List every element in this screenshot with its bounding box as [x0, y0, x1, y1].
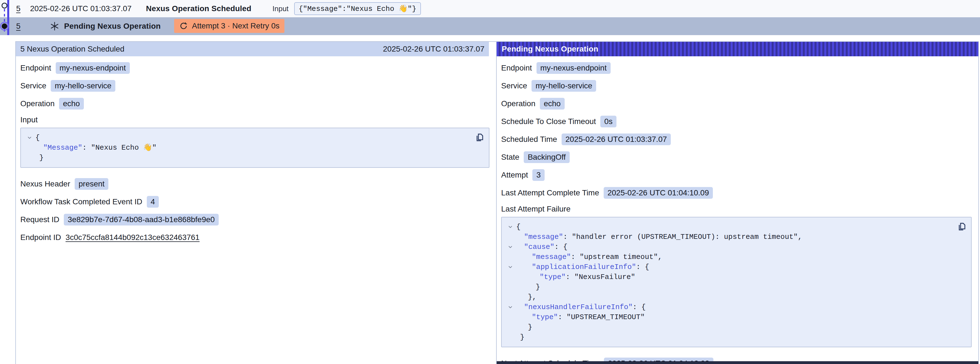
field-schedule-to-close-timeout: Schedule To Close Timeout 0s	[501, 115, 978, 128]
timeline-open-circle-icon	[2, 3, 7, 8]
collapse-chevron-icon[interactable]	[504, 222, 516, 230]
field-endpoint: Endpoint my-nexus-endpoint	[20, 62, 496, 74]
event-input-chip[interactable]: {"Message":"Nexus Echo 👋"}	[294, 2, 421, 15]
retry-badge-label: Attempt 3 · Next Retry 0s	[192, 21, 279, 30]
copy-icon[interactable]	[956, 221, 967, 233]
json-line: "type": "NexusFailure"	[504, 272, 955, 282]
wft-completed-badge: 4	[147, 196, 159, 208]
json-line: "applicationFailureInfo": {	[504, 262, 955, 272]
field-label: Service	[501, 81, 527, 90]
scheduled-panel-title: 5 Nexus Operation Scheduled	[20, 45, 124, 54]
field-endpoint: Endpoint my-nexus-endpoint	[501, 62, 978, 74]
nexus-header-badge: present	[75, 178, 108, 190]
event-id-link[interactable]: 5	[16, 4, 21, 13]
json-line: }	[504, 322, 955, 332]
field-label: Workflow Task Completed Event ID	[20, 197, 142, 206]
json-line: }	[504, 332, 955, 342]
next-section-edge-strip	[497, 361, 978, 364]
json-line: "message": "handler error (UPSTREAM_TIME…	[504, 232, 955, 242]
field-label: State	[501, 153, 519, 162]
scheduled-event-panel: 5 Nexus Operation Scheduled 2025-02-26 U…	[16, 42, 496, 364]
field-state: State BackingOff	[501, 151, 978, 163]
request-id-badge: 3e829b7e-7d67-4b08-aad3-b1e868bfe9e0	[64, 214, 219, 225]
field-operation: Operation echo	[501, 97, 978, 110]
last-attempt-complete-badge: 2025-02-26 UTC 01:04:10.09	[604, 187, 713, 199]
json-line: "nexusHandlerFailureInfo": {	[504, 302, 955, 312]
pending-panel-title: Pending Nexus Operation	[502, 45, 598, 54]
field-scheduled-time: Scheduled Time 2025-02-26 UTC 01:03:37.0…	[501, 133, 978, 145]
field-attempt: Attempt 3	[501, 169, 978, 181]
json-line: "message": "upstream timeout",	[504, 252, 955, 262]
event-id-link[interactable]: 5	[16, 22, 21, 31]
collapse-chevron-icon[interactable]	[504, 242, 516, 250]
collapse-chevron-icon[interactable]	[504, 302, 516, 310]
scheduled-panel-header: 5 Nexus Operation Scheduled 2025-02-26 U…	[16, 42, 489, 56]
service-badge: my-hello-service	[51, 80, 115, 92]
pending-asterisk-icon	[49, 21, 60, 31]
scheduled-time-badge: 2025-02-26 UTC 01:03:37.07	[562, 134, 671, 145]
json-line: "type": "UPSTREAM_TIMEOUT"	[504, 312, 955, 322]
scheduled-panel-timestamp: 2025-02-26 UTC 01:03:37.07	[383, 45, 484, 54]
field-label: Endpoint ID	[20, 233, 61, 242]
event-name: Pending Nexus Operation	[64, 22, 161, 31]
service-badge: my-hello-service	[531, 80, 596, 92]
endpoint-badge: my-nexus-endpoint	[56, 62, 130, 74]
field-service: Service my-hello-service	[501, 80, 978, 92]
json-line: "Message": "Nexus Echo 👋"	[24, 143, 472, 153]
field-endpoint-id: Endpoint ID 3c0c75ccfa8144b092c13ce63246…	[20, 231, 496, 244]
endpoint-badge: my-nexus-endpoint	[536, 62, 611, 74]
event-row-pending-nexus-operation[interactable]: 5 Pending Nexus Operation Attempt 3 · Ne…	[0, 17, 980, 35]
field-label: Endpoint	[20, 64, 51, 72]
collapse-chevron-icon[interactable]	[24, 133, 35, 141]
copy-icon[interactable]	[474, 132, 485, 144]
field-label: Attempt	[501, 171, 528, 179]
field-label: Service	[20, 81, 46, 90]
json-line: {	[24, 133, 472, 143]
operation-badge: echo	[59, 98, 84, 110]
collapse-chevron-icon[interactable]	[504, 262, 516, 270]
last-attempt-failure-label: Last Attempt Failure	[501, 204, 978, 214]
field-request-id: Request ID 3e829b7e-7d67-4b08-aad3-b1e86…	[20, 214, 496, 226]
field-label: Endpoint	[501, 64, 532, 72]
json-line: "cause": {	[504, 242, 955, 252]
retry-attempt-badge: Attempt 3 · Next Retry 0s	[174, 19, 285, 33]
field-label: Schedule To Close Timeout	[501, 117, 596, 126]
input-json-block: { "Message": "Nexus Echo 👋" }	[20, 128, 490, 168]
pending-panel-header: Pending Nexus Operation	[497, 42, 978, 56]
field-label: Operation	[501, 99, 535, 108]
pending-operation-panel: Pending Nexus Operation Endpoint my-nexu…	[496, 42, 978, 364]
endpoint-id-link[interactable]: 3c0c75ccfa8144b092c13ce632463761	[65, 233, 199, 242]
field-label: Operation	[20, 99, 55, 108]
state-badge: BackingOff	[524, 151, 570, 163]
field-operation: Operation echo	[20, 97, 496, 110]
input-label: Input	[272, 5, 289, 13]
operation-badge: echo	[540, 98, 565, 110]
retry-icon	[179, 21, 188, 30]
field-nexus-header: Nexus Header present	[20, 178, 496, 190]
json-line: },	[504, 292, 955, 302]
event-timestamp: 2025-02-26 UTC 01:03:37.07	[30, 4, 132, 13]
timeline-filled-dot-icon	[2, 23, 7, 29]
field-wft-completed-event-id: Workflow Task Completed Event ID 4	[20, 196, 496, 208]
schedule-to-close-badge: 0s	[600, 116, 616, 128]
event-row-nexus-operation-scheduled[interactable]: 5 2025-02-26 UTC 01:03:37.07 Nexus Opera…	[0, 0, 980, 17]
json-line: {	[504, 222, 955, 232]
field-label: Scheduled Time	[501, 135, 557, 144]
event-name: Nexus Operation Scheduled	[146, 4, 251, 13]
attempt-badge: 3	[532, 169, 545, 181]
input-section-label: Input	[20, 115, 496, 124]
field-last-attempt-complete-time: Last Attempt Complete Time 2025-02-26 UT…	[501, 187, 978, 199]
field-service: Service my-hello-service	[20, 80, 496, 92]
json-line: }	[24, 153, 472, 163]
timeline-track	[0, 0, 13, 42]
field-label: Request ID	[20, 215, 59, 224]
last-attempt-failure-json-block: { "message": "handler error (UPSTREAM_TI…	[501, 217, 972, 347]
field-label: Last Attempt Complete Time	[501, 188, 599, 197]
field-label: Nexus Header	[20, 179, 70, 188]
json-line: }	[504, 282, 955, 292]
event-detail-container: 5 Nexus Operation Scheduled 2025-02-26 U…	[15, 41, 979, 364]
